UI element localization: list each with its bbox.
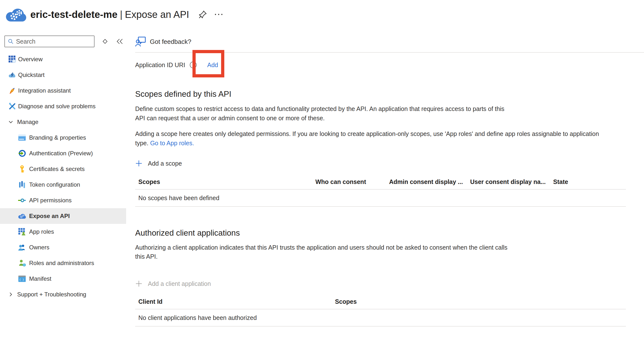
scopes-empty-row: No scopes have been defined xyxy=(135,189,626,206)
authentication-icon xyxy=(18,150,26,157)
sidebar-item-label: API permissions xyxy=(29,197,72,204)
sidebar-group-manage[interactable]: Manage xyxy=(0,114,126,130)
info-icon[interactable] xyxy=(190,61,197,68)
scopes-empty-message: No scopes have been defined xyxy=(135,189,626,206)
title-separator: | xyxy=(118,9,125,20)
reorder-menu-button[interactable] xyxy=(101,37,109,46)
sliders-icon xyxy=(18,181,26,188)
chevron-down-icon xyxy=(7,118,14,126)
scopes-section-note: Adding a scope here creates only delegat… xyxy=(135,129,644,148)
add-a-scope-label: Add a scope xyxy=(148,160,182,167)
sidebar-item-label: Authentication (Preview) xyxy=(29,150,93,157)
pin-icon[interactable] xyxy=(198,10,208,19)
search-icon xyxy=(8,38,14,44)
roles-admins-icon xyxy=(18,259,26,267)
key-icon xyxy=(18,165,26,173)
sidebar-item-owners[interactable]: Owners xyxy=(0,240,126,255)
description-line: Authorizing a client application indicat… xyxy=(135,243,644,252)
sidebar-item-label: Owners xyxy=(29,244,50,251)
add-a-client-application-label: Add a client application xyxy=(148,280,211,287)
expose-api-cloud-icon xyxy=(18,212,26,220)
more-actions-button[interactable] xyxy=(214,10,225,19)
got-feedback-button[interactable]: Got feedback? xyxy=(135,36,644,47)
overview-icon xyxy=(8,55,16,63)
sidebar-item-certificates[interactable]: Certificates & secrets xyxy=(0,161,126,177)
collapse-menu-button[interactable] xyxy=(116,37,124,46)
clients-empty-row: No client applications have been authori… xyxy=(135,309,626,326)
description-line: Define custom scopes to restrict access … xyxy=(135,104,644,114)
sidebar-item-overview[interactable]: Overview xyxy=(0,52,126,67)
scopes-section-title: Scopes defined by this API xyxy=(135,90,644,99)
sidebar-item-label: Branding & properties xyxy=(29,134,86,141)
sidebar-item-roles-administrators[interactable]: Roles and administrators xyxy=(0,255,126,271)
sidebar-item-token-configuration[interactable]: Token configuration xyxy=(0,177,126,192)
authorized-clients-table: Client Id Scopes No client applications … xyxy=(135,294,626,326)
sidebar-group-label: Support + Troubleshooting xyxy=(17,291,86,298)
page-title: eric-test-delete-me|Expose an API xyxy=(30,9,189,20)
sidebar-group-label: Manage xyxy=(17,118,38,126)
blade-name: Expose an API xyxy=(125,9,189,20)
sidebar-item-label: App roles xyxy=(29,228,54,235)
sidebar-nav: Overview Quickstart xyxy=(0,52,126,302)
expose-api-content: Got feedback? Application ID URI Add Sco… xyxy=(126,29,644,340)
sidebar-item-manifest[interactable]: { } Manifest xyxy=(0,271,126,286)
sidebar-item-expose-an-api[interactable]: Expose an API xyxy=(0,208,126,224)
column-header-user-consent-display: User consent display na... xyxy=(470,175,553,189)
double-chevron-left-icon xyxy=(116,38,124,44)
clients-empty-message: No client applications have been authori… xyxy=(135,309,626,326)
add-a-client-application-button[interactable]: Add a client application xyxy=(135,279,644,288)
add-a-scope-button[interactable]: Add a scope xyxy=(135,158,644,168)
application-id-uri-row: Application ID URI Add xyxy=(135,60,644,70)
sidebar-item-label: Certificates & secrets xyxy=(29,166,85,172)
got-feedback-label: Got feedback? xyxy=(150,38,191,46)
go-to-app-roles-link[interactable]: Go to App roles. xyxy=(150,140,194,146)
column-header-client-scopes: Scopes xyxy=(335,294,626,309)
authorized-clients-section-title: Authorized client applications xyxy=(135,228,644,238)
sidebar-item-label: Diagnose and solve problems xyxy=(18,103,96,110)
clients-table-header-row: Client Id Scopes xyxy=(135,294,626,309)
description-line: API can request that a user or admin con… xyxy=(135,114,644,123)
toolbar-divider xyxy=(135,52,644,53)
scopes-table: Scopes Who can consent Admin consent dis… xyxy=(135,175,626,207)
sidebar-item-label: Quickstart xyxy=(18,72,44,78)
sidebar-item-authentication[interactable]: Authentication (Preview) xyxy=(0,146,126,161)
sidebar-item-integration-assistant[interactable]: Integration assistant xyxy=(0,83,126,98)
sidebar-item-app-roles[interactable]: App roles xyxy=(0,224,126,240)
sidebar-item-api-permissions[interactable]: API permissions xyxy=(0,192,126,208)
sidebar-item-label: Integration assistant xyxy=(18,87,71,94)
note-line: type. Go to App roles. xyxy=(135,138,644,148)
tools-icon xyxy=(8,102,16,110)
sidebar-item-label: Token configuration xyxy=(29,181,80,188)
rocket-icon xyxy=(8,87,16,94)
quickstart-icon xyxy=(8,71,16,79)
app-roles-icon xyxy=(18,228,26,236)
blade-menu-sidebar: Overview Quickstart xyxy=(0,29,126,340)
note-line-prefix: type. xyxy=(135,140,150,146)
sidebar-item-label: Expose an API xyxy=(29,212,70,220)
branding-icon: www xyxy=(18,134,26,142)
search-input[interactable] xyxy=(16,38,91,45)
api-permissions-icon xyxy=(18,196,26,204)
sidebar-item-diagnose[interactable]: Diagnose and solve problems xyxy=(0,98,126,114)
plus-icon-disabled xyxy=(135,280,142,287)
app-registration-cloud-icon xyxy=(6,5,26,24)
column-header-who-can-consent: Who can consent xyxy=(316,175,389,189)
diamond-icon xyxy=(102,38,108,44)
add-application-id-uri-link[interactable]: Add xyxy=(207,62,218,68)
ellipsis-icon xyxy=(214,14,223,16)
sidebar-item-label: Manifest xyxy=(29,275,52,282)
column-header-scopes: Scopes xyxy=(135,175,316,189)
page-header: eric-test-delete-me|Expose an API xyxy=(0,0,644,29)
sidebar-search[interactable] xyxy=(4,36,94,47)
scopes-section-description: Define custom scopes to restrict access … xyxy=(135,104,644,123)
feedback-icon xyxy=(135,36,146,47)
column-header-client-id: Client Id xyxy=(135,294,335,309)
chevron-right-icon xyxy=(7,290,14,298)
authorized-clients-description: Authorizing a client application indicat… xyxy=(135,243,644,261)
note-line: Adding a scope here creates only delegat… xyxy=(135,129,644,138)
sidebar-item-label: Overview xyxy=(18,56,42,63)
sidebar-group-support-troubleshooting[interactable]: Support + Troubleshooting xyxy=(0,286,126,302)
column-header-admin-consent-display: Admin consent display ... xyxy=(389,175,470,189)
sidebar-item-branding[interactable]: www Branding & properties xyxy=(0,130,126,146)
sidebar-item-quickstart[interactable]: Quickstart xyxy=(0,67,126,83)
